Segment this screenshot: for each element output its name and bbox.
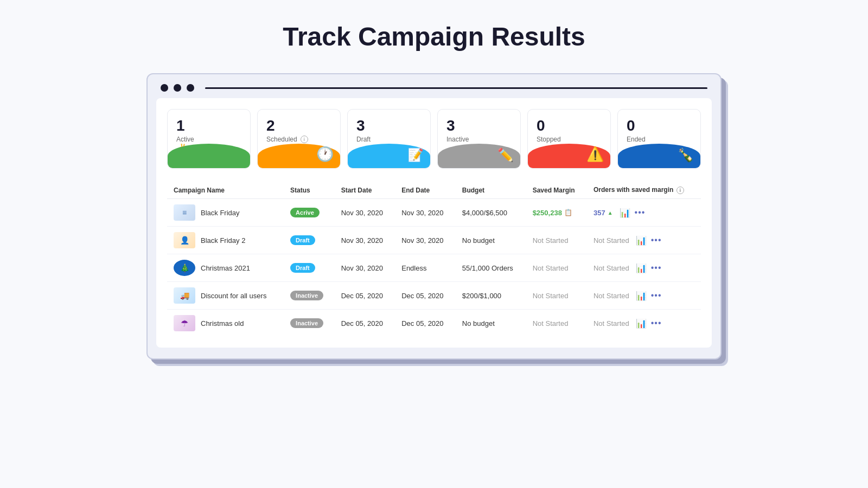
- start-date-cell-2: Nov 30, 2020: [335, 227, 395, 254]
- card-number-ended: 0: [627, 118, 692, 133]
- start-date-cell-5: Dec 05, 2020: [335, 310, 395, 337]
- bar-chart-icon-4[interactable]: 📊: [636, 291, 647, 301]
- orders-info-icon: i: [676, 187, 684, 194]
- bar-chart-icon-2[interactable]: 📊: [636, 235, 647, 246]
- budget-cell-4: $200/$1,000: [456, 282, 526, 310]
- card-number-inactive: 3: [446, 118, 512, 133]
- campaign-name-3: Christmas 2021: [201, 264, 250, 272]
- campaign-name-5: Christmas old: [201, 319, 244, 328]
- status-card-ended[interactable]: 0 Ended 🍾: [617, 109, 701, 169]
- start-date-cell-3: Nov 30, 2020: [335, 254, 395, 282]
- budget-cell-3: 55/1,000 Orders: [456, 254, 526, 282]
- card-label-inactive: Inactive: [446, 136, 512, 143]
- browser-url-bar: [205, 87, 707, 89]
- card-number-stopped: 0: [537, 118, 602, 133]
- orders-cell-4: Not Started 📊 •••: [587, 282, 701, 310]
- card-label-ended: Ended: [627, 136, 692, 143]
- status-badge-5[interactable]: Inactive: [290, 318, 323, 328]
- table-header-6: Orders with saved margin i: [587, 182, 701, 199]
- saved-margin-cell-2: Not Started: [526, 227, 587, 254]
- end-date-cell-2: Nov 30, 2020: [395, 227, 456, 254]
- status-card-scheduled[interactable]: 2 Scheduled i 🕐: [257, 109, 341, 169]
- browser-bar: [148, 74, 720, 98]
- end-date-cell-4: Dec 05, 2020: [395, 282, 456, 310]
- status-card-inactive[interactable]: 3 Inactive ✏️: [437, 109, 521, 169]
- card-label-stopped: Stopped: [537, 136, 602, 143]
- card-bg-active: [168, 144, 250, 168]
- campaign-table: Campaign NameStatusStart DateEnd DateBud…: [167, 182, 701, 337]
- status-card-stopped[interactable]: 0 Stopped ⚠️: [527, 109, 611, 169]
- more-options-icon-1[interactable]: •••: [635, 208, 646, 217]
- bar-chart-icon-3[interactable]: 📊: [636, 263, 647, 273]
- card-icon-stopped: ⚠️: [586, 146, 604, 163]
- card-number-scheduled: 2: [266, 118, 331, 133]
- table-header-0: Campaign Name: [167, 182, 284, 199]
- table-row: Black Friday Acrive Nov 30, 2020 Nov 30,…: [167, 199, 701, 227]
- table-header-1: Status: [284, 182, 335, 199]
- end-date-cell-3: Endless: [395, 254, 456, 282]
- campaign-name-cell-2: Black Friday 2: [167, 227, 284, 254]
- status-cell-4: Inactive: [284, 282, 335, 310]
- orders-cell-3: Not Started 📊 •••: [587, 254, 701, 282]
- status-badge-4[interactable]: Inactive: [290, 291, 323, 300]
- budget-cell-5: No budget: [456, 310, 526, 337]
- campaign-thumb-2: [174, 232, 195, 248]
- browser-dot-1: [161, 84, 168, 92]
- saved-margin-cell-1: $250,238 📋: [526, 199, 587, 227]
- status-card-draft[interactable]: 3 Draft 📝: [347, 109, 431, 169]
- status-cell-3: Draft: [284, 254, 335, 282]
- page-title: Track Campaign Results: [283, 22, 585, 52]
- campaign-thumb-5: [174, 315, 195, 331]
- status-cards-container: 1 Active ✌️ 2 Scheduled i 🕐 3 Draft 📝 3 …: [167, 109, 701, 169]
- table-header-4: Budget: [456, 182, 526, 199]
- campaign-name-cell-3: Christmas 2021: [167, 254, 284, 282]
- more-options-icon-3[interactable]: •••: [651, 263, 662, 273]
- status-badge-1[interactable]: Acrive: [290, 208, 320, 217]
- end-date-cell-1: Nov 30, 2020: [395, 199, 456, 227]
- saved-margin-cell-4: Not Started: [526, 282, 587, 310]
- table-header-3: End Date: [395, 182, 456, 199]
- status-badge-3[interactable]: Draft: [290, 263, 315, 273]
- browser-content: 1 Active ✌️ 2 Scheduled i 🕐 3 Draft 📝 3 …: [156, 98, 712, 348]
- bar-chart-icon-5[interactable]: 📊: [636, 318, 647, 329]
- card-label-active: Active: [176, 136, 241, 143]
- more-options-icon-2[interactable]: •••: [651, 235, 662, 245]
- status-cell-5: Inactive: [284, 310, 335, 337]
- card-label-scheduled: Scheduled i: [266, 136, 331, 143]
- campaign-name-1: Black Friday: [201, 209, 240, 217]
- more-options-icon-5[interactable]: •••: [651, 318, 662, 328]
- status-card-active[interactable]: 1 Active ✌️: [167, 109, 251, 169]
- card-number-active: 1: [176, 118, 241, 133]
- start-date-cell-1: Nov 30, 2020: [335, 199, 395, 227]
- start-date-cell-4: Dec 05, 2020: [335, 282, 395, 310]
- table-row: Black Friday 2 Draft Nov 30, 2020 Nov 30…: [167, 227, 701, 254]
- campaign-name-cell-4: Discount for all users: [167, 282, 284, 310]
- campaign-thumb-3: [174, 260, 195, 276]
- card-icon-draft: 📝: [407, 147, 424, 163]
- campaign-name-4: Discount for all users: [201, 292, 266, 300]
- campaign-thumb-1: [174, 204, 195, 221]
- browser-dot-3: [187, 84, 194, 92]
- table-row: Christmas old Inactive Dec 05, 2020 Dec …: [167, 310, 701, 337]
- campaign-thumb-4: [174, 287, 195, 304]
- saved-margin-cell-3: Not Started: [526, 254, 587, 282]
- table-row: Christmas 2021 Draft Nov 30, 2020 Endles…: [167, 254, 701, 282]
- table-header-2: Start Date: [335, 182, 395, 199]
- end-date-cell-5: Dec 05, 2020: [395, 310, 456, 337]
- card-label-draft: Draft: [356, 136, 422, 143]
- orders-cell-1: 357 ▲ 📊 •••: [587, 199, 701, 227]
- more-options-icon-4[interactable]: •••: [651, 291, 662, 300]
- card-number-draft: 3: [356, 118, 422, 133]
- table-header-5: Saved Margin: [526, 182, 587, 199]
- info-icon: i: [301, 136, 308, 143]
- orders-cell-2: Not Started 📊 •••: [587, 227, 701, 254]
- browser-dot-2: [174, 84, 181, 92]
- card-icon-scheduled: 🕐: [316, 146, 334, 163]
- budget-cell-2: No budget: [456, 227, 526, 254]
- card-icon-inactive: ✏️: [497, 147, 514, 163]
- status-badge-2[interactable]: Draft: [290, 235, 315, 245]
- orders-cell-5: Not Started 📊 •••: [587, 310, 701, 337]
- campaign-name-2: Black Friday 2: [201, 236, 245, 245]
- budget-cell-1: $4,000/$6,500: [456, 199, 526, 227]
- bar-chart-icon-1[interactable]: 📊: [620, 208, 630, 218]
